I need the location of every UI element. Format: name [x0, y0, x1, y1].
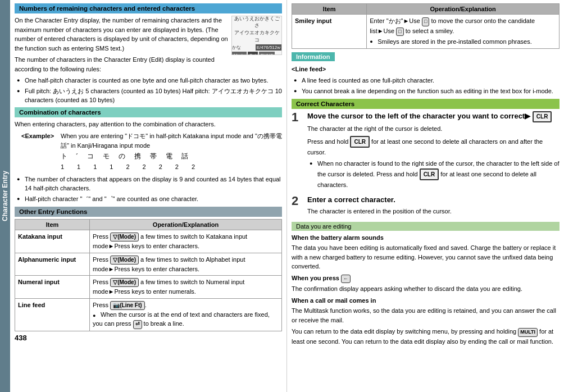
information-bullets: A line feed is counted as one full-pitch… [292, 76, 560, 95]
nav-key: □ [422, 17, 429, 26]
clr-button: CLR [533, 111, 552, 122]
step2-content: Enter a correct character. The character… [307, 195, 560, 218]
when-call-heading: When a call or mail comes in [292, 296, 560, 306]
step1-desc2: Press and hold CLR for at least one seco… [307, 136, 560, 157]
step1: 1 Move the cursor to the left of the cha… [292, 111, 560, 192]
bullet-item: Half-pitch character "゛" and "゜" are cou… [17, 194, 282, 204]
table-cell-item: Numeral input [15, 276, 90, 299]
bullet-item: The number of characters that appears on… [17, 175, 282, 193]
section2-header: Combination of characters [15, 107, 282, 117]
page-number: 438 [15, 334, 282, 342]
table-cell-op: Press ▽(Mode) a few times to switch to N… [90, 276, 282, 299]
back-key: ← [341, 275, 351, 284]
combination-bullets: The number of characters that appears on… [15, 175, 282, 204]
when-press-text: The confirmation display appears asking … [292, 284, 560, 294]
combination-section: When entering characters, pay attention … [15, 120, 282, 204]
table-cell-item: Line feed [15, 298, 90, 331]
table-header-item: Item [15, 220, 90, 230]
example-chars: ト ゛ コ モ の 携 帯 電 話 [60, 151, 287, 162]
bullet-item: A line feed is counted as one full-pitch… [294, 76, 560, 85]
smiley-item: Smiley input [292, 15, 367, 49]
other-entry-table: Item Operation/Explanation Katakana inpu… [15, 219, 282, 331]
table-cell-item: Alphanumeric input [15, 253, 90, 276]
table-row: Numeral input Press ▽(Mode) a few times … [15, 276, 282, 299]
sidebar-character-entry: Character Entry [0, 0, 10, 392]
enter-key: ⏎ [133, 320, 142, 329]
information-section: Information <Line feed> A line feed is c… [292, 52, 560, 96]
table-cell-op: Press ▽(Mode) a few times to switch to K… [90, 230, 282, 253]
step2: 2 Enter a correct character. The charact… [292, 195, 560, 218]
section1-bullets: One half-pitch character is counted as o… [15, 76, 282, 105]
combination-intro: When entering characters, pay attention … [15, 120, 282, 129]
when-call-text: The Multitask function works, so the dat… [292, 306, 560, 325]
table-header-operation: Operation/Explanation [90, 220, 282, 230]
data-editing-header: Data you are editing [292, 222, 560, 231]
section3-header: Other Entry Functions [15, 207, 282, 217]
step1-bullets: When no character is found to the right … [307, 159, 560, 189]
smiley-row: Smiley input Enter "かお"►Use □ to move th… [292, 15, 560, 49]
left-column: Numbers of remaining characters and ente… [10, 0, 287, 392]
step1-number: 1 [292, 111, 305, 192]
step2-number: 2 [292, 195, 305, 218]
smiley-table: Item Operation/Explanation Smiley input … [292, 3, 560, 49]
step1-desc: The character at the right of the cursor… [307, 124, 560, 134]
table-row: Alphanumeric input Press ▽(Mode) a few t… [15, 253, 282, 276]
smiley-operation: Enter "かお"►Use □ to move the cursor onto… [367, 15, 560, 49]
step1-title: Move the cursor to the left of the chara… [307, 111, 560, 122]
example-empty2 [20, 162, 60, 172]
smiley-header-item: Item [292, 4, 367, 15]
bullet-item: One half-pitch character is counted as o… [17, 76, 282, 85]
mode-key3: ▽(Mode) [110, 278, 139, 287]
table-cell-item: Katakana input [15, 230, 90, 253]
mode-key: ▽(Mode) [110, 233, 139, 241]
phone-display-image: Edit text memo あいうえおかきくごさ アイウエオカキクケコ かな … [231, 16, 282, 55]
lineft-key: 📷(Line Ft) [110, 301, 144, 310]
multi-key: MULTI [518, 328, 538, 337]
example-label: <Example> [20, 131, 60, 151]
step2-title: Enter a correct character. [307, 195, 560, 205]
when-call-text2: You can return to the data edit display … [292, 327, 560, 346]
section1-header: Numbers of remaining characters and ente… [15, 3, 282, 13]
right-column: Item Operation/Explanation Smiley input … [287, 0, 564, 392]
line-feed-title: <Line feed> [292, 65, 560, 74]
table-row: Katakana input Press ▽(Mode) a few times… [15, 230, 282, 253]
example-empty [20, 151, 60, 162]
battery-alarm-heading: When the battery alarm sounds [292, 233, 560, 243]
correct-chars-header: Correct Characters [292, 99, 560, 109]
when-press-heading: When you press ← [292, 274, 560, 284]
bullet-item: Full pitch: あいうえお 5 characters (counted … [17, 86, 282, 105]
bullet-item: You cannot break a line depending on the… [294, 86, 560, 96]
table-cell-op: Press 📷(Line Ft). ● When the cursor is a… [90, 298, 282, 331]
example-desc: When you are entering "ドコモ" in half-pitc… [60, 131, 287, 151]
table-row: Line feed Press 📷(Line Ft). ● When the c… [15, 298, 282, 331]
select-key: □ [396, 28, 403, 37]
section1-para2: The number of characters in the Characte… [15, 55, 282, 74]
example-nums: 1 1 1 1 2 2 2 2 2 [60, 162, 287, 172]
battery-alarm-text: The data you have been editing is automa… [292, 243, 560, 271]
example-table: <Example> When you are entering "ドコモ" in… [20, 131, 287, 172]
information-header: Information [292, 52, 335, 61]
data-editing-section: When the battery alarm sounds The data y… [292, 233, 560, 347]
table-cell-op: Press ▽(Mode) a few times to switch to A… [90, 253, 282, 276]
correct-characters-section: 1 Move the cursor to the left of the cha… [292, 111, 560, 218]
step2-desc: The character is entered in the position… [307, 207, 560, 216]
mode-key2: ▽(Mode) [110, 256, 139, 265]
step1-content: Move the cursor to the left of the chara… [307, 111, 560, 192]
clr-btn-inline2: CLR [420, 168, 439, 180]
bullet-item: When no character is found to the right … [310, 159, 560, 189]
clr-btn-inline: CLR [350, 136, 370, 148]
smiley-header-op: Operation/Explanation [367, 4, 560, 15]
